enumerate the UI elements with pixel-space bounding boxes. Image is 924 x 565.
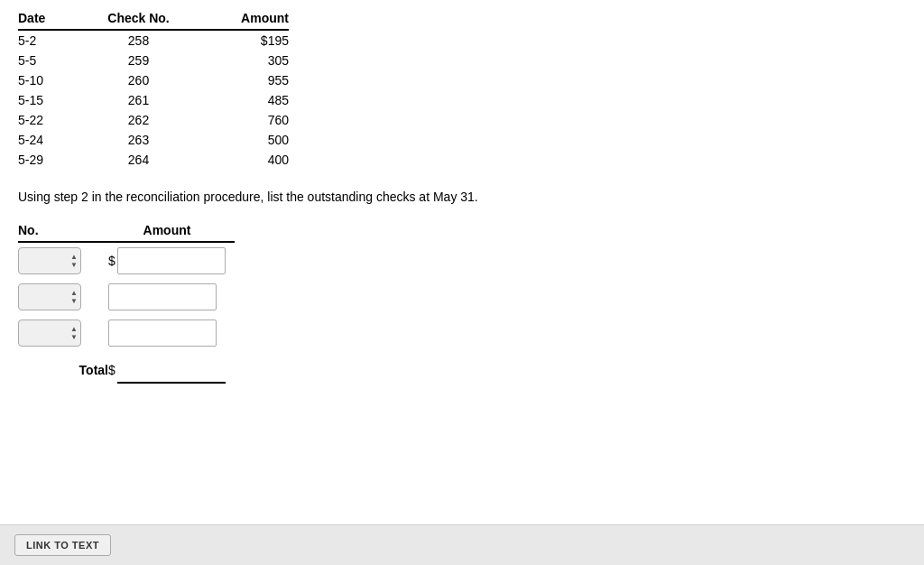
cell-date: 5-15 bbox=[18, 90, 86, 110]
spinner-3-wrapper[interactable]: ▲ ▼ bbox=[18, 320, 81, 347]
spinner-1-wrapper[interactable]: ▲ ▼ bbox=[18, 247, 81, 274]
cell-check-no: 263 bbox=[86, 130, 199, 150]
instruction-text: Using step 2 in the reconciliation proce… bbox=[18, 188, 614, 207]
total-input[interactable] bbox=[117, 357, 226, 384]
cell-amount: 485 bbox=[199, 90, 289, 110]
total-row: Total $ bbox=[18, 351, 235, 387]
cell-check-no: 262 bbox=[86, 110, 199, 130]
table-row: ▲ ▼ bbox=[18, 315, 235, 351]
cell-check-no: 260 bbox=[86, 70, 199, 90]
cell-amount: $195 bbox=[199, 30, 289, 51]
cell-amount: 760 bbox=[199, 110, 289, 130]
table-row: 5-24263500 bbox=[18, 130, 289, 150]
total-input-wrapper: $ bbox=[108, 357, 235, 384]
table-row: 5-5259305 bbox=[18, 51, 289, 70]
outstanding-section: No. Amount ▲ ▼ bbox=[18, 221, 614, 387]
bottom-bar: LINK TO TEXT bbox=[0, 524, 924, 565]
cell-amount: 500 bbox=[199, 130, 289, 150]
table-row: 5-22262760 bbox=[18, 110, 289, 130]
cell-check-no: 259 bbox=[86, 51, 199, 70]
table-row: ▲ ▼ $ bbox=[18, 242, 235, 279]
cell-amount: 955 bbox=[199, 70, 289, 90]
check-select-3[interactable] bbox=[18, 320, 81, 347]
amount-input-1[interactable] bbox=[117, 247, 226, 274]
check-select-2[interactable] bbox=[18, 283, 81, 310]
total-label: Total bbox=[18, 351, 108, 387]
cell-date: 5-10 bbox=[18, 70, 86, 90]
table-row: ▲ ▼ bbox=[18, 279, 235, 315]
dollar-sign-total: $ bbox=[108, 363, 116, 377]
cell-amount: 305 bbox=[199, 51, 289, 70]
cell-check-no: 264 bbox=[86, 150, 199, 170]
outstanding-no-header: No. bbox=[18, 221, 108, 242]
cell-date: 5-5 bbox=[18, 51, 86, 70]
amount-input-2[interactable] bbox=[108, 283, 217, 310]
spinner-2-wrapper[interactable]: ▲ ▼ bbox=[18, 283, 81, 310]
cell-date: 5-29 bbox=[18, 150, 86, 170]
col-header-amount: Amount bbox=[199, 9, 289, 30]
col-header-date: Date bbox=[18, 9, 86, 30]
cell-check-no: 258 bbox=[86, 30, 199, 51]
amount-input-3[interactable] bbox=[108, 320, 217, 347]
table-row: 5-15261485 bbox=[18, 90, 289, 110]
col-header-check-no: Check No. bbox=[86, 9, 199, 30]
table-row: 5-29264400 bbox=[18, 150, 289, 170]
cell-date: 5-2 bbox=[18, 30, 86, 51]
cell-amount: 400 bbox=[199, 150, 289, 170]
table-row: 5-2258$195 bbox=[18, 30, 289, 51]
outstanding-amount-header: Amount bbox=[108, 221, 235, 242]
cell-date: 5-22 bbox=[18, 110, 86, 130]
cell-date: 5-24 bbox=[18, 130, 86, 150]
checks-table: Date Check No. Amount 5-2258$1955-525930… bbox=[18, 9, 289, 170]
cell-check-no: 261 bbox=[86, 90, 199, 110]
check-select-1[interactable] bbox=[18, 247, 81, 274]
page-container: Date Check No. Amount 5-2258$1955-525930… bbox=[0, 0, 632, 423]
table-row: 5-10260955 bbox=[18, 70, 289, 90]
outstanding-table: No. Amount ▲ ▼ bbox=[18, 221, 235, 387]
dollar-sign-1: $ bbox=[108, 254, 116, 268]
link-to-text-button[interactable]: LINK TO TEXT bbox=[14, 534, 111, 556]
